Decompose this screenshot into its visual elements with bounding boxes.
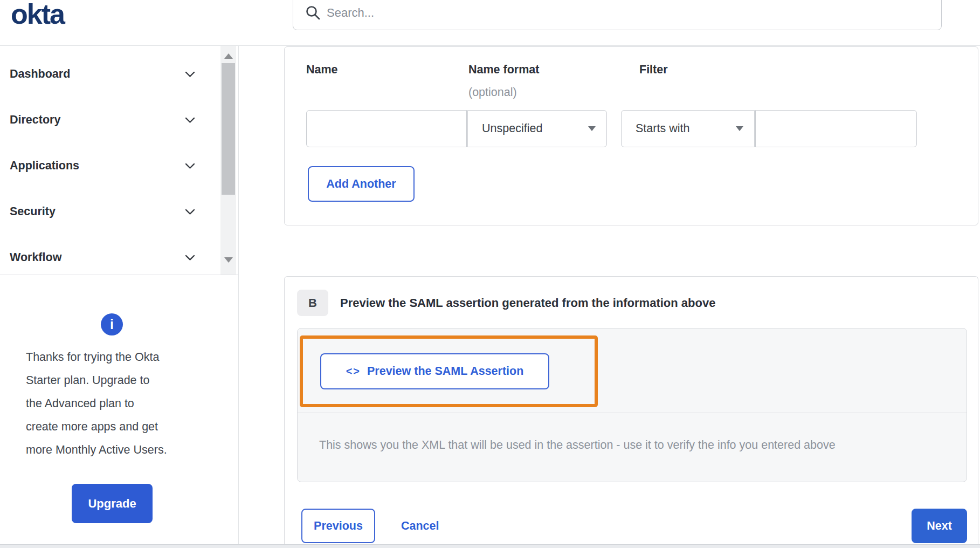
saml-preview-panel: <> Preview the SAML Assertion This shows… <box>297 328 967 482</box>
name-column-label: Name <box>306 63 338 77</box>
filter-column-label: Filter <box>639 63 668 77</box>
name-format-select[interactable]: Unspecified <box>467 110 607 147</box>
section-b-title: Preview the SAML assertion generated fro… <box>340 296 715 310</box>
saml-preview-card: B Preview the SAML assertion generated f… <box>284 276 978 548</box>
sidebar-item-label: Security <box>10 205 56 218</box>
sidebar-item-workflow[interactable]: Workflow <box>0 235 238 280</box>
promo-line: more Monthly Active Users. <box>26 439 209 462</box>
global-search <box>293 0 942 30</box>
sidebar-item-applications[interactable]: Applications <box>0 143 238 189</box>
caret-down-icon <box>588 126 596 131</box>
sidebar-item-label: Workflow <box>10 251 61 264</box>
chevron-down-icon <box>185 71 195 78</box>
upgrade-button[interactable]: Upgrade <box>72 484 153 523</box>
scrollbar-thumb[interactable] <box>222 63 235 195</box>
sidebar-item-label: Dashboard <box>10 67 70 81</box>
chevron-down-icon <box>185 209 195 215</box>
scroll-up-icon[interactable] <box>224 53 233 59</box>
filter-type-select[interactable]: Starts with <box>621 110 755 147</box>
caret-down-icon <box>736 126 743 131</box>
section-b-badge: B <box>297 290 328 316</box>
window-bottom-edge <box>0 544 980 548</box>
add-another-button[interactable]: Add Another <box>308 166 415 202</box>
okta-logo[interactable]: okta <box>11 0 64 30</box>
sidebar: Dashboard Directory Applications Securit… <box>0 46 239 544</box>
chevron-down-icon <box>185 255 195 261</box>
code-icon: <> <box>346 365 361 378</box>
chevron-down-icon <box>185 163 195 169</box>
preview-saml-assertion-button[interactable]: <> Preview the SAML Assertion <box>320 353 549 389</box>
attribute-name-input[interactable] <box>306 110 467 147</box>
name-format-column-label: Name format <box>468 63 539 77</box>
info-icon: i <box>101 313 123 335</box>
preview-description: This shows you the XML that will be used… <box>319 439 950 452</box>
sidebar-item-label: Directory <box>10 113 60 127</box>
filter-value-input[interactable] <box>755 110 917 147</box>
sidebar-item-label: Applications <box>10 159 79 173</box>
search-icon <box>305 5 321 21</box>
optional-label: (optional) <box>468 86 517 99</box>
sidebar-item-directory[interactable]: Directory <box>0 97 238 143</box>
promo-line: create more apps and get <box>26 415 209 439</box>
sidebar-scrollbar[interactable] <box>220 46 236 275</box>
sidebar-item-security[interactable]: Security <box>0 189 238 235</box>
sidebar-item-dashboard[interactable]: Dashboard <box>0 51 238 97</box>
upgrade-promo-text: Thanks for trying the Okta Starter plan.… <box>26 346 209 462</box>
preview-button-label: Preview the SAML Assertion <box>367 365 523 378</box>
scroll-down-icon[interactable] <box>224 257 233 263</box>
panel-divider <box>298 413 967 413</box>
promo-line: Starter plan. Upgrade to <box>26 369 209 392</box>
cancel-link[interactable]: Cancel <box>401 509 439 543</box>
promo-line: Thanks for trying the Okta <box>26 346 209 369</box>
promo-line: the Advanced plan to <box>26 392 209 415</box>
search-input[interactable] <box>326 0 921 28</box>
attribute-statements-card: Name Name format (optional) Filter Unspe… <box>284 46 978 225</box>
previous-button[interactable]: Previous <box>301 509 375 543</box>
name-format-selected-value: Unspecified <box>482 122 542 135</box>
chevron-down-icon <box>185 117 195 124</box>
filter-type-selected-value: Starts with <box>636 122 689 135</box>
next-button[interactable]: Next <box>912 509 967 543</box>
sidebar-nav: Dashboard Directory Applications Securit… <box>0 46 238 275</box>
